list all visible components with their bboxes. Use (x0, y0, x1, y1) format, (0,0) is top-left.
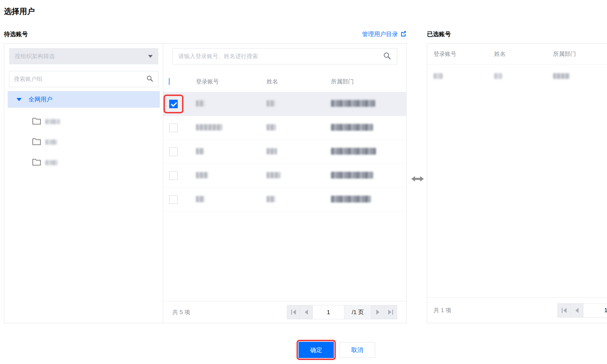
blurred-text (267, 148, 277, 154)
right-pagination-bar: 共 1 项 (427, 297, 607, 323)
tree-expand-icon[interactable] (17, 98, 22, 101)
row-checkbox[interactable] (169, 148, 178, 156)
blurred-text (267, 100, 275, 107)
tree-folder-item[interactable] (4, 111, 163, 132)
folder-icon (32, 138, 41, 146)
table-row[interactable] (163, 140, 406, 164)
checkbox-annotation-box (163, 166, 183, 185)
cell-dept (331, 172, 406, 180)
page-number-input[interactable] (313, 309, 344, 316)
first-page-button[interactable] (557, 303, 571, 318)
checkbox-annotation-box (163, 118, 183, 137)
blurred-text (45, 140, 57, 145)
column-header-name: 姓名 (267, 78, 331, 85)
user-search-input[interactable] (178, 53, 383, 60)
chevron-down-icon (148, 55, 153, 58)
column-header-dept: 所属部门 (331, 78, 406, 85)
page-title: 选择用户 (4, 6, 35, 17)
checkbox-annotation-box (163, 142, 183, 161)
column-header-login: 登录账号 (427, 50, 494, 58)
last-page-button[interactable] (384, 305, 397, 319)
table-body (163, 92, 406, 212)
cell-login (196, 148, 267, 156)
cell-login (196, 196, 267, 203)
pagination-control: /1 页 (287, 305, 397, 319)
blurred-text (45, 160, 58, 165)
blurred-text (267, 124, 276, 130)
group-search-input[interactable] (14, 76, 146, 82)
first-page-button[interactable] (287, 305, 300, 319)
row-checkbox[interactable] (169, 100, 178, 108)
row-checkbox[interactable] (169, 195, 178, 204)
manage-link-label: 管理用户目录 (362, 30, 398, 38)
cell-dept (331, 124, 406, 132)
table-row[interactable] (163, 188, 406, 212)
tree-folder-item[interactable] (4, 152, 163, 173)
table-row[interactable] (163, 164, 406, 188)
table-body (427, 65, 607, 89)
prev-page-button[interactable] (300, 305, 313, 319)
blurred-text (331, 124, 373, 131)
search-icon (383, 52, 391, 61)
select-all-checkbox[interactable] (169, 78, 169, 85)
row-checkbox[interactable] (169, 124, 178, 132)
next-page-button[interactable] (371, 305, 384, 319)
cell-name (267, 172, 331, 179)
tree-folder-list (4, 111, 163, 173)
confirm-button[interactable]: 确定 (299, 342, 334, 358)
page-number-cell (312, 305, 344, 319)
table-row[interactable] (163, 116, 406, 140)
column-header-login: 登录账号 (196, 78, 267, 85)
selected-accounts-label: 已选账号 (427, 30, 451, 38)
cell-name (267, 100, 331, 108)
checkbox-annotation-box (163, 190, 183, 209)
page-number-input[interactable] (583, 307, 607, 314)
folder-icon (32, 117, 41, 126)
table-row[interactable] (163, 92, 406, 116)
blurred-text (196, 196, 205, 202)
table-row[interactable] (427, 65, 607, 89)
total-count-label: 共 1 项 (434, 306, 451, 314)
cell-dept (331, 148, 406, 156)
search-icon (146, 75, 154, 83)
table-header: 登录账号 姓名 所属部门 (163, 71, 406, 92)
tree-folder-item[interactable] (4, 132, 163, 152)
manage-user-directory-link[interactable]: 管理用户目录 (362, 30, 406, 38)
row-checkbox[interactable] (169, 171, 178, 180)
group-search-box (9, 71, 158, 87)
cell-name (267, 196, 331, 203)
cell-dept (331, 196, 406, 204)
blurred-text (267, 172, 280, 178)
cell-dept (331, 100, 406, 108)
transfer-arrow-icon (411, 174, 424, 185)
cell-name (267, 124, 331, 132)
external-link-icon (400, 30, 406, 38)
dialog-actions: 确定 取消 (297, 340, 375, 360)
cell-name (267, 148, 331, 156)
middle-pagination-bar: 共 5 项 /1 页 (163, 301, 406, 323)
account-picker-panel: 按组织架构筛选 全网用户 (4, 43, 406, 323)
cancel-button[interactable]: 取消 (339, 342, 375, 358)
cell-login (196, 172, 267, 179)
blurred-text (196, 148, 204, 154)
blurred-text (553, 73, 570, 79)
checkbox-annotation-box (163, 95, 183, 113)
tree-node-all-users[interactable]: 全网用户 (8, 91, 160, 108)
table-header: 登录账号 姓名 所属部门 (427, 44, 607, 65)
select-user-dialog: { "page": { "title": "选择用户" }, "left": {… (0, 0, 607, 364)
blurred-text (331, 196, 371, 203)
cell-login (196, 100, 267, 108)
confirm-annotation-box: 确定 (297, 340, 336, 360)
blurred-text (196, 124, 222, 130)
blurred-text (196, 100, 205, 107)
org-structure-filter-dropdown[interactable]: 按组织架构筛选 (9, 48, 158, 64)
column-header-dept: 所属部门 (553, 50, 607, 58)
cell-name (494, 73, 553, 80)
blurred-text (45, 119, 60, 124)
folder-icon (32, 158, 41, 167)
selected-accounts-panel: 登录账号 姓名 所属部门 共 1 项 (427, 43, 607, 323)
prev-page-button[interactable] (570, 303, 583, 318)
column-header-name: 姓名 (494, 50, 553, 58)
blurred-text (331, 100, 375, 107)
pagination-control (558, 303, 607, 318)
